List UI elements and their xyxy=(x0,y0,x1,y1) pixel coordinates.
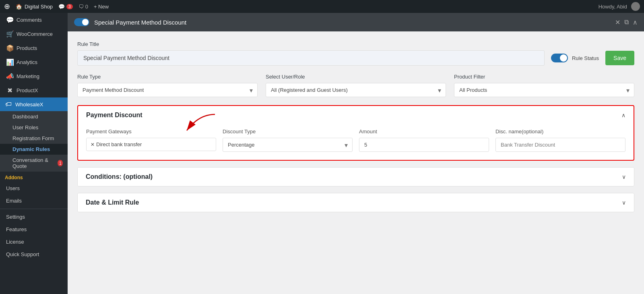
rule-type-select[interactable]: Payment Method Discount xyxy=(77,83,258,97)
date-limit-section: Date & Limit Rule ∨ xyxy=(77,193,634,212)
sidebar-item-quick-support[interactable]: Quick Support xyxy=(0,248,68,261)
wholesalex-icon: 🏷 xyxy=(5,101,12,108)
select-user-select[interactable]: All (Registered and Guest Users) xyxy=(266,83,446,97)
rule-status-group: Rule Status xyxy=(551,54,599,62)
gateway-tag-label: Direct bank transfer xyxy=(96,141,142,147)
select-user-label: Select User/Role xyxy=(266,74,446,80)
products-icon: 📦 xyxy=(6,44,13,52)
gateway-tag: ✕ Direct bank transfer xyxy=(91,141,142,147)
collapse-icon: ∧ xyxy=(621,112,625,118)
date-limit-header[interactable]: Date & Limit Rule ∨ xyxy=(78,193,634,212)
rule-type-row: Rule Type Payment Method Discount ▾ Sele… xyxy=(77,74,634,97)
expand-icon: ∨ xyxy=(622,199,626,206)
discount-type-select-wrapper: Percentage ▾ xyxy=(223,138,353,152)
sidebar-item-users[interactable]: Users xyxy=(0,182,68,195)
payment-gateways-group: Payment Gateways ✕ Direct bank transfer xyxy=(86,128,216,152)
amount-group: Amount xyxy=(359,128,489,152)
comments-icon: 💬 xyxy=(6,16,13,24)
rule-type-label: Rule Type xyxy=(77,74,258,80)
rule-title-group: Rule Title Rule Status Save xyxy=(77,41,634,66)
product-filter-wrapper: All Products ▾ xyxy=(454,83,634,97)
notifications-icon[interactable]: 🗨 0 xyxy=(78,4,88,10)
panel-toggle[interactable] xyxy=(74,18,89,26)
discount-type-select[interactable]: Percentage xyxy=(223,138,353,152)
rule-status-label: Rule Status xyxy=(572,55,599,61)
disc-name-input[interactable] xyxy=(495,138,625,152)
discount-type-group: Discount Type Percentage ▾ xyxy=(223,128,353,152)
payment-discount-title: Payment Discount xyxy=(86,112,142,119)
disc-name-group: Disc. name(optional) xyxy=(495,128,625,152)
sidebar-item-woocommerce[interactable]: 🛒 WooCommerce xyxy=(0,27,68,41)
conditions-title: Conditions: (optional) xyxy=(86,173,153,180)
expand-icon: ∨ xyxy=(622,174,626,180)
productx-icon: ✖ xyxy=(6,87,13,94)
product-filter-select[interactable]: All Products xyxy=(454,83,634,97)
sidebar: 💬 Comments 🛒 WooCommerce 📦 Products 📊 An… xyxy=(0,13,68,294)
sidebar-item-registration-form[interactable]: Registration Form xyxy=(0,133,68,144)
sidebar-item-productx[interactable]: ✖ ProductX xyxy=(0,83,68,97)
amount-label: Amount xyxy=(359,128,489,135)
close-button[interactable]: ✕ xyxy=(615,19,620,26)
payment-gateways-label: Payment Gateways xyxy=(86,128,216,135)
rule-title-row: Rule Status Save xyxy=(77,50,634,66)
marketing-icon: 📣 xyxy=(6,72,13,80)
conditions-header[interactable]: Conditions: (optional) ∨ xyxy=(78,168,634,186)
disc-name-label: Disc. name(optional) xyxy=(495,128,625,135)
sidebar-item-dynamic-rules[interactable]: Dynamic Rules xyxy=(0,144,68,155)
panel-title: Special Payment Method Discount xyxy=(94,19,610,26)
select-user-wrapper: All (Registered and Guest Users) ▾ xyxy=(266,83,446,97)
panel-header: Special Payment Method Discount ✕ ⧉ ∧ xyxy=(68,13,644,31)
house-icon: 🏠 xyxy=(16,4,22,10)
sidebar-item-marketing[interactable]: 📣 Marketing xyxy=(0,69,68,83)
analytics-icon: 📊 xyxy=(6,58,13,66)
sidebar-item-comments[interactable]: 💬 Comments xyxy=(0,13,68,27)
site-name[interactable]: 🏠 Digital Shop xyxy=(16,4,53,10)
sidebar-item-settings[interactable]: Settings xyxy=(0,211,68,223)
payment-discount-grid: Payment Gateways ✕ Direct bank transfer … xyxy=(86,128,625,152)
sidebar-item-emails[interactable]: Emails xyxy=(0,195,68,207)
rule-type-group: Rule Type Payment Method Discount ▾ xyxy=(77,74,258,97)
sidebar-item-analytics[interactable]: 📊 Analytics xyxy=(0,55,68,69)
avatar xyxy=(631,2,640,11)
sidebar-item-dashboard[interactable]: Dashboard xyxy=(0,111,68,122)
new-button[interactable]: + New xyxy=(94,4,109,10)
sidebar-item-license[interactable]: License xyxy=(0,236,68,248)
main-content: Special Payment Method Discount ✕ ⧉ ∧ Ru… xyxy=(68,13,644,294)
discount-type-label: Discount Type xyxy=(223,128,353,135)
rule-status-toggle[interactable] xyxy=(551,54,568,62)
comments-icon[interactable]: 💬 3 xyxy=(58,4,73,10)
save-button[interactable]: Save xyxy=(605,51,634,65)
remove-gateway-button[interactable]: ✕ xyxy=(91,142,95,147)
collapse-button[interactable]: ∧ xyxy=(633,19,638,26)
sidebar-divider xyxy=(0,209,68,209)
sidebar-submenu: Dashboard User Roles Registration Form D… xyxy=(0,111,68,172)
sidebar-item-conversation-quote[interactable]: Conversation & Quote 1 xyxy=(0,155,68,172)
rule-type-select-wrapper: Payment Method Discount ▾ xyxy=(77,83,258,97)
copy-button[interactable]: ⧉ xyxy=(624,19,629,26)
date-limit-title: Date & Limit Rule xyxy=(86,199,139,206)
sidebar-item-wholesalex[interactable]: 🏷 WholesaleX xyxy=(0,97,68,111)
inner-content: Rule Title Rule Status Save Rule Type xyxy=(68,31,644,228)
conditions-section: Conditions: (optional) ∨ xyxy=(77,167,634,186)
wp-logo-icon: ⊕ xyxy=(4,2,10,11)
payment-discount-content: Payment Gateways ✕ Direct bank transfer … xyxy=(78,124,634,160)
payment-discount-header[interactable]: Payment Discount ∧ xyxy=(78,106,634,124)
rule-title-label: Rule Title xyxy=(77,41,634,47)
amount-input[interactable] xyxy=(359,138,489,152)
select-user-group: Select User/Role All (Registered and Gue… xyxy=(266,74,446,97)
howdy-text: Howdy, Abid xyxy=(599,4,627,10)
addons-section-label: Addons xyxy=(0,172,68,182)
product-filter-group: Product Filter All Products ▾ xyxy=(454,74,634,97)
sidebar-item-products[interactable]: 📦 Products xyxy=(0,41,68,55)
product-filter-label: Product Filter xyxy=(454,74,634,80)
sidebar-item-user-roles[interactable]: User Roles xyxy=(0,122,68,133)
rule-title-input[interactable] xyxy=(77,50,545,66)
gateway-tag-input[interactable]: ✕ Direct bank transfer xyxy=(86,138,216,151)
woocommerce-icon: 🛒 xyxy=(6,30,13,38)
payment-discount-section: Payment Discount ∧ xyxy=(77,105,634,161)
admin-bar: ⊕ 🏠 Digital Shop 💬 3 🗨 0 + New Howdy, Ab… xyxy=(0,0,644,13)
sidebar-item-features[interactable]: Features xyxy=(0,223,68,236)
